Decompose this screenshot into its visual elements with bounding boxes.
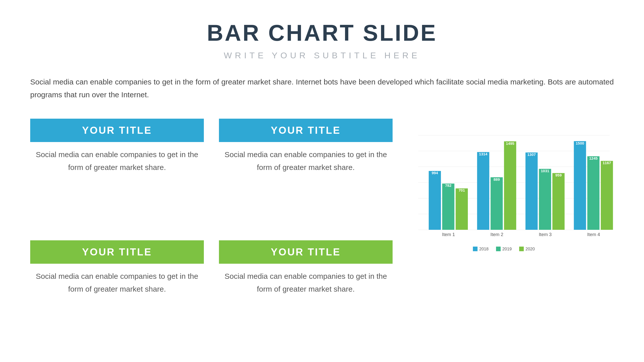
slide: BAR CHART SLIDE WRITE YOUR SUBTITLE HERE…	[0, 0, 644, 362]
chart-section: 994 782 701 Item 1 1314 889 1495 Item 2	[408, 119, 614, 347]
bar-val-item4-2020: 1167	[603, 161, 611, 165]
card-4: YOUR TITLE Social media can enable compa…	[219, 240, 393, 347]
bar-item3-2018	[525, 153, 538, 230]
card-3-body: Social media can enable companies to get…	[30, 270, 204, 295]
bar-item1-2018	[429, 171, 441, 230]
card-4-body: Social media can enable companies to get…	[219, 270, 393, 295]
bar-item2-2019	[490, 177, 503, 230]
x-label-item4: Item 4	[587, 232, 600, 237]
x-label-item3: Item 3	[539, 232, 552, 237]
legend-label-2019: 2019	[502, 247, 512, 251]
bar-val-item2-2019: 889	[494, 177, 500, 182]
bar-val-item1-2018: 994	[432, 171, 438, 175]
x-label-item2: Item 2	[490, 232, 503, 237]
bar-val-item4-2019: 1245	[589, 156, 597, 160]
bar-val-item3-2020: 959	[555, 173, 562, 177]
bar-val-item1-2019: 782	[445, 183, 451, 188]
card-1-title: YOUR TITLE	[30, 119, 204, 142]
bar-item3-2019	[539, 169, 551, 230]
card-3: YOUR TITLE Social media can enable compa…	[30, 240, 204, 347]
bar-val-item2-2018: 1314	[479, 152, 487, 156]
legend-color-2018	[473, 247, 477, 251]
bar-val-item2-2020: 1495	[506, 141, 514, 146]
subtitle: WRITE YOUR SUBTITLE HERE	[30, 51, 614, 60]
bar-item4-2018	[574, 141, 586, 230]
content-row: YOUR TITLE Social media can enable compa…	[30, 119, 614, 347]
bar-item1-2020	[456, 188, 468, 230]
main-title: BAR CHART SLIDE	[30, 20, 614, 46]
x-label-item1: Item 1	[442, 232, 455, 237]
card-2-body: Social media can enable companies to get…	[219, 148, 393, 174]
bar-val-item4-2018: 1500	[576, 141, 584, 145]
legend-color-2020	[519, 247, 524, 251]
card-1: YOUR TITLE Social media can enable compa…	[30, 119, 204, 225]
bar-item4-2019	[587, 156, 599, 230]
bar-val-item3-2019: 1031	[541, 169, 549, 173]
header: BAR CHART SLIDE WRITE YOUR SUBTITLE HERE	[30, 20, 614, 60]
card-1-body: Social media can enable companies to get…	[30, 148, 204, 174]
bar-item2-2018	[477, 152, 489, 230]
cards-grid: YOUR TITLE Social media can enable compa…	[30, 119, 393, 347]
legend-label-2020: 2020	[525, 247, 535, 251]
bar-item3-2020	[552, 173, 564, 230]
bar-item2-2020	[504, 141, 516, 230]
bar-item4-2020	[601, 161, 613, 230]
legend-color-2019	[496, 247, 501, 251]
card-2: YOUR TITLE Social media can enable compa…	[219, 119, 393, 225]
legend-label-2018: 2018	[479, 247, 488, 251]
bar-item1-2019	[442, 184, 454, 230]
card-2-title: YOUR TITLE	[219, 119, 393, 142]
card-3-title: YOUR TITLE	[30, 240, 204, 264]
bar-val-item1-2020: 701	[459, 188, 465, 192]
description-text: Social media can enable companies to get…	[30, 75, 614, 101]
card-4-title: YOUR TITLE	[219, 240, 393, 264]
bar-val-item3-2018: 1307	[527, 152, 536, 157]
bar-chart: 994 782 701 Item 1 1314 889 1495 Item 2	[408, 121, 614, 267]
